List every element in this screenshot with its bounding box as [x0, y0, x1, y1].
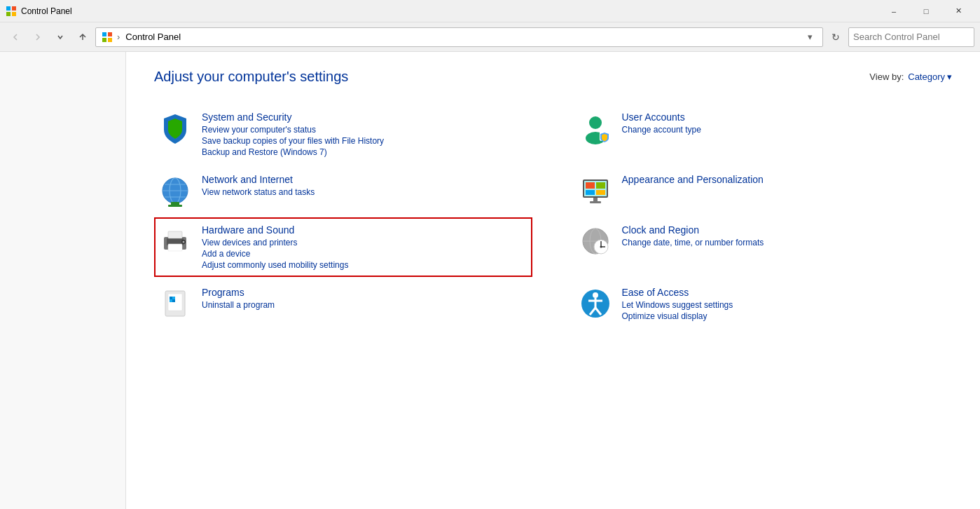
back-button[interactable] — [6, 27, 25, 47]
user-accounts-icon — [579, 111, 612, 145]
network-internet-content: Network and Internet View network status… — [202, 174, 528, 197]
left-nav — [0, 52, 126, 509]
hardware-sound-icon — [158, 224, 192, 258]
title-bar: Control Panel – □ ✕ — [0, 0, 980, 22]
svg-rect-19 — [168, 205, 182, 207]
svg-rect-30 — [168, 231, 182, 238]
address-bar: › Control Panel ▾ ↻ — [0, 22, 980, 52]
network-internet-title[interactable]: Network and Internet — [202, 174, 528, 185]
appearance-title[interactable]: Appearance and Personalization — [622, 174, 948, 185]
main-content: Adjust your computer's settings View by:… — [0, 52, 980, 509]
category-network-internet[interactable]: Network and Internet View network status… — [154, 167, 532, 215]
svg-rect-24 — [586, 190, 595, 195]
minimize-button[interactable]: – — [878, 0, 910, 22]
svg-rect-3 — [12, 12, 16, 16]
history-dropdown-button[interactable] — [50, 27, 70, 47]
category-system-security[interactable]: System and Security Review your computer… — [154, 104, 532, 164]
view-by-control: View by: Category ▾ — [869, 72, 952, 82]
window-controls: – □ ✕ — [878, 0, 974, 22]
search-input[interactable] — [853, 32, 971, 42]
window-title: Control Panel — [21, 6, 878, 16]
svg-rect-4 — [102, 32, 106, 36]
clock-region-link-1[interactable]: Change date, time, or number formats — [622, 238, 948, 247]
clock-region-content: Clock and Region Change date, time, or n… — [622, 224, 948, 247]
hardware-sound-title[interactable]: Hardware and Sound — [202, 224, 528, 236]
svg-rect-31 — [168, 244, 182, 251]
system-security-link-2[interactable]: Save backup copies of your files with Fi… — [202, 136, 528, 146]
svg-rect-25 — [596, 190, 605, 195]
refresh-button[interactable]: ↻ — [826, 27, 846, 47]
user-accounts-link-1[interactable]: Change account type — [622, 125, 948, 135]
category-hardware-sound[interactable]: Hardware and Sound View devices and prin… — [154, 217, 532, 277]
programs-icon — [158, 287, 192, 320]
category-ease-of-access[interactable]: Ease of Access Let Windows suggest setti… — [574, 280, 953, 328]
svg-rect-6 — [102, 38, 106, 42]
address-text: Control Panel — [125, 32, 799, 42]
system-security-link-1[interactable]: Review your computer's status — [202, 125, 528, 135]
svg-rect-1 — [12, 6, 16, 11]
categories-grid: System and Security Review your computer… — [154, 104, 952, 331]
svg-rect-5 — [108, 32, 112, 36]
svg-rect-27 — [590, 201, 601, 203]
system-security-title[interactable]: System and Security — [202, 111, 528, 123]
category-appearance[interactable]: Appearance and Personalization — [574, 167, 953, 215]
control-panel-address-icon — [102, 32, 113, 43]
system-security-content: System and Security Review your computer… — [202, 111, 528, 157]
programs-content: Programs Uninstall a program — [202, 287, 528, 310]
forward-button[interactable] — [28, 27, 48, 47]
address-dropdown-arrow[interactable]: ▾ — [803, 32, 817, 42]
maximize-button[interactable]: □ — [910, 0, 942, 22]
ease-of-access-content: Ease of Access Let Windows suggest setti… — [622, 287, 948, 321]
system-security-link-3[interactable]: Backup and Restore (Windows 7) — [202, 147, 528, 157]
svg-point-33 — [183, 241, 185, 243]
hardware-sound-link-2[interactable]: Add a device — [202, 249, 528, 259]
svg-rect-22 — [586, 182, 595, 189]
up-button[interactable] — [73, 27, 92, 47]
ease-of-access-link-1[interactable]: Let Windows suggest settings — [622, 300, 948, 310]
user-accounts-content: User Accounts Change account type — [622, 111, 948, 135]
clock-region-title[interactable]: Clock and Region — [622, 224, 948, 236]
svg-rect-2 — [6, 12, 11, 16]
ease-of-access-title[interactable]: Ease of Access — [622, 287, 948, 298]
view-by-label: View by: — [869, 72, 904, 82]
system-security-icon — [158, 111, 192, 145]
category-programs[interactable]: Programs Uninstall a program — [154, 280, 532, 328]
hardware-sound-link-1[interactable]: View devices and printers — [202, 238, 528, 247]
appearance-icon — [579, 174, 612, 208]
svg-rect-0 — [6, 6, 11, 11]
page-header: Adjust your computer's settings View by:… — [154, 69, 952, 85]
address-field[interactable]: › Control Panel ▾ — [95, 27, 823, 47]
programs-title[interactable]: Programs — [202, 287, 528, 298]
clock-region-icon — [579, 224, 612, 258]
view-by-value[interactable]: Category ▾ — [908, 72, 952, 82]
search-box[interactable] — [848, 27, 974, 47]
svg-rect-44 — [170, 297, 172, 299]
network-internet-link-1[interactable]: View network status and tasks — [202, 187, 528, 197]
svg-point-47 — [593, 292, 598, 298]
hardware-sound-link-3[interactable]: Adjust commonly used mobility settings — [202, 260, 528, 270]
svg-point-10 — [589, 116, 602, 129]
programs-link-1[interactable]: Uninstall a program — [202, 300, 528, 310]
ease-of-access-link-2[interactable]: Optimize visual display — [622, 311, 948, 321]
svg-rect-7 — [108, 38, 112, 42]
svg-rect-26 — [593, 198, 598, 201]
app-icon — [6, 6, 17, 17]
svg-rect-23 — [596, 182, 605, 189]
content-area: Adjust your computer's settings View by:… — [126, 52, 980, 509]
ease-of-access-icon — [579, 287, 612, 320]
page-title: Adjust your computer's settings — [154, 69, 348, 85]
close-button[interactable]: ✕ — [942, 0, 974, 22]
hardware-sound-content: Hardware and Sound View devices and prin… — [202, 224, 528, 270]
svg-rect-45 — [172, 299, 175, 302]
network-internet-icon — [158, 174, 192, 208]
user-accounts-title[interactable]: User Accounts — [622, 111, 948, 123]
category-user-accounts[interactable]: User Accounts Change account type — [574, 104, 953, 164]
category-clock-region[interactable]: Clock and Region Change date, time, or n… — [574, 217, 953, 277]
appearance-content: Appearance and Personalization — [622, 174, 948, 187]
